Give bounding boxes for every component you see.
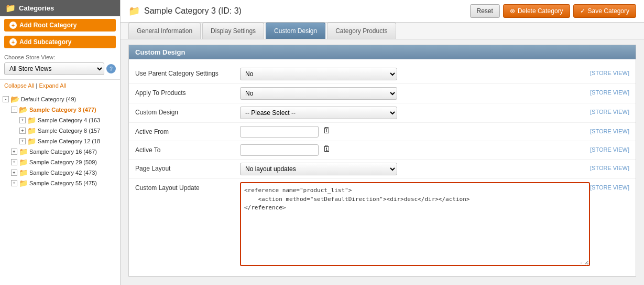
tree-toggle-sc3[interactable]: - — [11, 107, 17, 113]
store-view-custom-layout[interactable]: [STORE VIEW] — [590, 182, 629, 191]
tree-toggle-sc8[interactable]: + — [19, 128, 26, 134]
store-view-info-icon[interactable]: ? — [106, 64, 116, 73]
store-view-page-layout[interactable]: [STORE VIEW] — [590, 163, 629, 171]
tree-folder-sc3-icon: 📂 — [19, 105, 28, 114]
form-body: Use Parent Category Settings No Yes [STO… — [129, 59, 636, 276]
tree-item-default[interactable]: - 📂 Default Category (49) — [3, 94, 117, 104]
tab-general-label: General Information — [137, 27, 192, 35]
tree-item-sc16[interactable]: + 📁 Sample Category 16 (467) — [11, 146, 117, 157]
textarea-wrapper: <reference name="product_list"> <action … — [240, 182, 590, 268]
tree-folder-sc8-icon: 📁 — [27, 126, 36, 135]
reset-button[interactable]: Reset — [470, 4, 500, 18]
store-view-custom-design[interactable]: [STORE VIEW] — [590, 107, 629, 115]
add-root-category-button[interactable]: + Add Root Category — [4, 19, 116, 31]
tree-label-sc4: Sample Category 4 (163 — [38, 117, 100, 123]
main-content: 📁 Sample Category 3 (ID: 3) Reset ⊗ Dele… — [121, 0, 644, 285]
label-parent-settings: Use Parent Category Settings — [135, 68, 240, 77]
save-category-button[interactable]: ✓ Save Category — [573, 4, 636, 18]
label-custom-layout: Custom Layout Update — [135, 182, 240, 192]
store-view-apply[interactable]: [STORE VIEW] — [590, 87, 629, 96]
resize-handle-icon: ⋮⋮ — [578, 261, 589, 267]
tree-folder-sc16-icon: 📁 — [19, 147, 28, 156]
tree-item-sc29[interactable]: + 📁 Sample Category 29 (509) — [11, 157, 117, 167]
label-apply-products: Apply To Products — [135, 87, 240, 97]
select-page-layout[interactable]: No layout updates Empty 1 column 2 colum… — [240, 163, 397, 175]
section-header: Custom Design — [129, 45, 636, 59]
tree-label-sc16: Sample Category 16 (467) — [29, 149, 97, 155]
delete-category-button[interactable]: ⊗ Delete Category — [503, 4, 570, 18]
tree-toggle-sc4[interactable]: + — [19, 117, 26, 123]
tab-custom-label: Custom Design — [274, 27, 317, 35]
form-row-page-layout: Page Layout No layout updates Empty 1 co… — [129, 160, 636, 179]
select-parent-settings[interactable]: No Yes — [240, 68, 397, 80]
label-page-layout: Page Layout — [135, 163, 240, 172]
form-row-apply-products: Apply To Products No Yes [STORE VIEW] — [129, 84, 636, 103]
select-apply-products[interactable]: No Yes — [240, 87, 397, 100]
add-subcategory-button[interactable]: + Add Subcategory — [4, 36, 116, 48]
tab-display-label: Display Settings — [211, 27, 256, 35]
tree-item-sc12[interactable]: + 📁 Sample Category 12 (18 — [19, 136, 117, 146]
add-sub-icon: + — [9, 38, 17, 46]
collapse-all-link[interactable]: Collapse All — [4, 82, 34, 89]
tree-label-sc55: Sample Category 55 (475) — [29, 180, 97, 186]
store-view-select[interactable]: All Store Views — [4, 62, 104, 75]
calendar-to-icon[interactable]: 🗓 — [323, 144, 331, 154]
top-actions: Reset ⊗ Delete Category ✓ Save Category — [470, 4, 636, 18]
tree-toggle-default[interactable]: - — [3, 96, 9, 102]
tree-label-sc12: Sample Category 12 (18 — [38, 138, 100, 144]
form-row-active-from: Active From 🗓 [STORE VIEW] — [129, 123, 636, 141]
collapse-expand-bar: Collapse All | Expand All — [0, 80, 120, 91]
textarea-custom-layout[interactable]: <reference name="product_list"> <action … — [240, 182, 590, 266]
form-row-parent-settings: Use Parent Category Settings No Yes [STO… — [129, 65, 636, 84]
store-view-label: Choose Store View: — [4, 54, 116, 60]
select-custom-design[interactable]: -- Please Select -- — [240, 107, 397, 119]
control-active-to: 🗓 — [240, 144, 590, 156]
expand-all-link[interactable]: Expand All — [39, 82, 66, 89]
sidebar-title: Categories — [19, 4, 54, 12]
control-custom-design: -- Please Select -- — [240, 107, 590, 119]
tree-label-default: Default Category (49) — [21, 96, 76, 102]
page-title-icon: 📁 — [128, 5, 140, 17]
calendar-from-icon[interactable]: 🗓 — [323, 126, 331, 135]
input-active-from[interactable] — [240, 126, 319, 138]
tree-item-sc3[interactable]: - 📂 Sample Category 3 (477) — [11, 104, 117, 115]
add-root-label: Add Root Category — [19, 22, 77, 29]
tabs-bar: General Information Display Settings Cus… — [121, 23, 644, 39]
save-label: Save Category — [588, 7, 629, 15]
store-view-active-from[interactable]: [STORE VIEW] — [590, 126, 629, 134]
tree-item-sc42[interactable]: + 📁 Sample Category 42 (473) — [11, 167, 117, 178]
store-view-active-to[interactable]: [STORE VIEW] — [590, 144, 629, 153]
tree-item-sc55[interactable]: + 📁 Sample Category 55 (475) — [11, 178, 117, 188]
tree-toggle-sc16[interactable]: + — [11, 149, 17, 155]
add-root-icon: + — [9, 22, 17, 29]
tree-folder-sc29-icon: 📁 — [19, 158, 28, 166]
custom-design-section: Custom Design Use Parent Category Settin… — [128, 45, 636, 277]
tab-general[interactable]: General Information — [128, 23, 201, 39]
tab-display[interactable]: Display Settings — [202, 23, 264, 39]
tree-toggle-sc29[interactable]: + — [11, 159, 17, 165]
label-active-from: Active From — [135, 126, 240, 135]
tree-folder-sc12-icon: 📁 — [27, 137, 36, 145]
sidebar: 📁 Categories + Add Root Category + Add S… — [0, 0, 121, 285]
control-page-layout: No layout updates Empty 1 column 2 colum… — [240, 163, 590, 175]
label-active-to: Active To — [135, 144, 240, 154]
tab-custom-design[interactable]: Custom Design — [266, 23, 325, 39]
tree-toggle-sc12[interactable]: + — [19, 138, 26, 144]
category-tree: - 📂 Default Category (49) - 📂 Sample Cat… — [0, 91, 120, 285]
delete-label: Delete Category — [518, 7, 563, 15]
store-view-parent[interactable]: [STORE VIEW] — [590, 68, 629, 76]
input-active-to[interactable] — [240, 144, 319, 156]
page-title-row: 📁 Sample Category 3 (ID: 3) — [128, 5, 242, 17]
form-row-custom-design: Custom Design -- Please Select -- [STORE… — [129, 103, 636, 123]
sidebar-header: 📁 Categories — [0, 0, 120, 16]
tree-toggle-sc42[interactable]: + — [11, 170, 17, 176]
tab-products[interactable]: Category Products — [327, 23, 396, 39]
tree-item-sc8[interactable]: + 📁 Sample Category 8 (157 — [19, 125, 117, 136]
tree-folder-sc55-icon: 📁 — [19, 179, 28, 187]
control-apply-products: No Yes — [240, 87, 590, 100]
tree-item-sc4[interactable]: + 📁 Sample Category 4 (163 — [19, 115, 117, 125]
tree-toggle-sc55[interactable]: + — [11, 180, 17, 186]
tree-folder-sc4-icon: 📁 — [27, 116, 36, 124]
add-sub-label: Add Subcategory — [19, 38, 71, 46]
tree-label-sc29: Sample Category 29 (509) — [29, 159, 97, 165]
